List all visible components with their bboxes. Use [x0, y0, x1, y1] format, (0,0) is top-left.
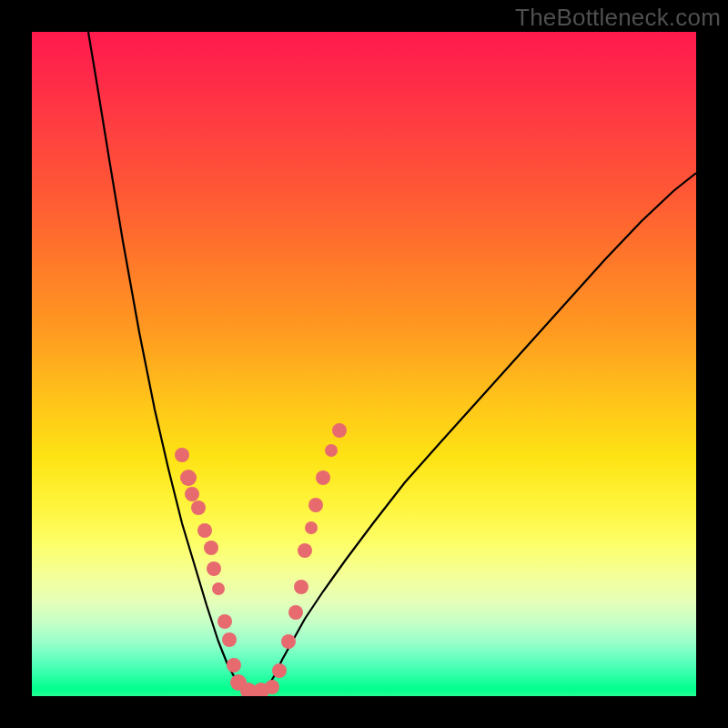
data-marker: [308, 498, 323, 512]
data-marker: [185, 487, 199, 501]
chart-outer: TheBottleneck.com: [0, 0, 728, 728]
data-marker: [180, 470, 197, 486]
data-marker: [332, 423, 347, 438]
watermark-text: TheBottleneck.com: [515, 4, 721, 32]
curve-layer: [32, 32, 696, 696]
data-marker: [191, 500, 206, 515]
data-marker: [294, 580, 308, 594]
data-marker: [316, 470, 330, 485]
data-marker: [325, 444, 338, 457]
data-marker: [222, 632, 237, 647]
data-marker: [197, 523, 212, 538]
data-marker: [305, 521, 318, 534]
curve-right-branch: [267, 173, 696, 689]
data-marker: [204, 541, 218, 555]
data-markers: [175, 423, 347, 696]
data-marker: [281, 634, 296, 649]
data-marker: [217, 614, 232, 629]
data-marker: [175, 448, 189, 462]
data-marker: [265, 680, 279, 694]
data-marker: [212, 582, 225, 595]
data-marker: [288, 605, 303, 620]
data-marker: [227, 658, 241, 672]
plot-area: [32, 32, 696, 696]
data-marker: [298, 543, 312, 558]
data-marker: [272, 663, 287, 678]
curve-paths: [88, 32, 696, 692]
data-marker: [207, 561, 221, 576]
